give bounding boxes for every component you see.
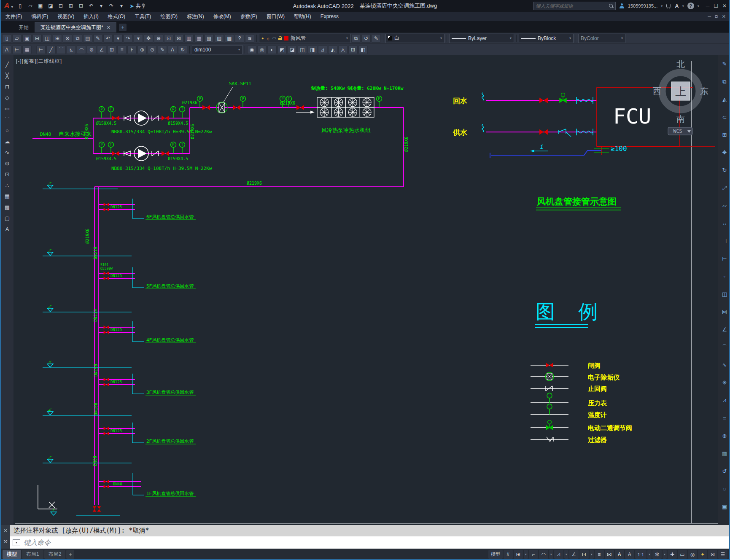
qsave-icon[interactable]: ▣ bbox=[22, 34, 32, 43]
drawing-canvas[interactable]: ╱╳⊓◇▭⌒○☁∿⊜⊡∴▦▩▢A ✎⧉◭⊂⊞✥↻⤢▱↔⊣⊢◦◫⋈∠⌒∿✳⊿≡⊕▥… bbox=[1, 55, 730, 525]
center-mark-icon[interactable]: ⊙ bbox=[148, 46, 157, 54]
account-name[interactable]: 1505999135... bbox=[628, 3, 657, 8]
chamfer-icon[interactable]: ∠ bbox=[719, 325, 730, 334]
close-button[interactable]: ✕ bbox=[722, 3, 727, 9]
branch-3f[interactable]: DN125 3F风机盘管总供回水管 bbox=[99, 374, 196, 395]
tab-layout2[interactable]: 布局2 bbox=[44, 550, 66, 559]
ortho-icon[interactable]: ⌐ bbox=[529, 550, 538, 559]
point-icon[interactable]: ∴ bbox=[2, 181, 12, 190]
customize-command-icon[interactable]: ⚒ bbox=[2, 538, 9, 545]
riser-drain-valves[interactable] bbox=[93, 506, 101, 512]
menu-help[interactable]: 帮助(H) bbox=[289, 12, 316, 21]
subtract-icon[interactable]: ◎ bbox=[257, 46, 267, 54]
isolate-objects-icon[interactable]: ◎ bbox=[688, 550, 697, 559]
tab-layout1[interactable]: 布局1 bbox=[22, 550, 43, 559]
lineweight-dropdown[interactable]: ByBlock ▾ bbox=[519, 34, 574, 43]
aligned-dim-icon[interactable]: ╱ bbox=[46, 46, 56, 54]
ellipse-icon[interactable]: ⊜ bbox=[2, 159, 12, 168]
layer-states-icon[interactable]: ✎ bbox=[372, 34, 381, 43]
table-style-icon[interactable]: ▦ bbox=[22, 46, 32, 54]
offset-icon[interactable]: ⊂ bbox=[719, 113, 730, 121]
undo-dropdown-icon[interactable]: ▾ bbox=[113, 34, 123, 43]
loft-icon[interactable]: ◨ bbox=[308, 46, 317, 54]
sheetset-manager-icon[interactable]: ▨ bbox=[215, 34, 224, 43]
paste-icon[interactable]: ▤ bbox=[83, 34, 92, 43]
presspull-icon[interactable]: ⊞ bbox=[348, 46, 358, 54]
redo-dropdown-icon[interactable]: ▾ bbox=[117, 2, 126, 10]
command-input-row[interactable]: ▾ bbox=[10, 536, 730, 549]
continue-dim-icon[interactable]: ⊦ bbox=[127, 46, 137, 54]
new-file-icon[interactable]: ▯ bbox=[16, 2, 25, 10]
close-command-icon[interactable]: ✕ bbox=[2, 527, 9, 534]
break-at-point-icon[interactable]: ◦ bbox=[719, 272, 730, 281]
ordinate-dim-icon[interactable]: ⊾ bbox=[67, 46, 76, 54]
workspace-arrow-icon[interactable]: ▾ bbox=[663, 550, 667, 559]
diameter-dim-icon[interactable]: ⊘ bbox=[87, 46, 96, 54]
account-icon[interactable] bbox=[619, 3, 625, 9]
circle-icon[interactable]: ○ bbox=[2, 126, 12, 135]
menu-file[interactable]: 文件(F) bbox=[1, 12, 27, 21]
lineweight-dropdown-chevron[interactable]: ▾ bbox=[569, 36, 571, 40]
minimize-button[interactable]: ─ bbox=[706, 3, 710, 9]
menu-format[interactable]: 格式(O) bbox=[103, 12, 130, 21]
menu-parametric[interactable]: 参数(P) bbox=[236, 12, 262, 21]
polar-tracking-icon[interactable]: ◠ bbox=[539, 550, 548, 559]
section-plane-icon[interactable]: ◭ bbox=[328, 46, 337, 54]
named-views-icon[interactable]: ▥ bbox=[719, 449, 730, 458]
shared-views-icon[interactable]: ≋ bbox=[245, 34, 254, 43]
plot-icon[interactable]: ⊟ bbox=[32, 34, 42, 43]
dim-style-icon[interactable]: ⊢ bbox=[12, 46, 22, 54]
branch-2f[interactable]: DN125 2F风机盘管总供回水管 bbox=[99, 423, 196, 444]
pump-1-spec[interactable]: NB80-315/334 Q=108T/h H=39.5M N=22Kw bbox=[111, 129, 212, 135]
make-layer-current-icon[interactable]: ⧉ bbox=[351, 34, 361, 43]
slice-icon[interactable]: ⊿ bbox=[318, 46, 327, 54]
menu-edit[interactable]: 编辑(E) bbox=[27, 12, 53, 21]
hatch-icon[interactable]: ▦ bbox=[2, 192, 12, 201]
open-icon[interactable]: ▱ bbox=[12, 34, 22, 43]
quick-dim-icon[interactable]: ⊞ bbox=[107, 46, 116, 54]
trim-icon[interactable]: ⊣ bbox=[719, 237, 730, 245]
menu-dimension[interactable]: 标注(N) bbox=[182, 12, 209, 21]
doc-restore-button[interactable]: ⧉ bbox=[715, 14, 718, 19]
elevation-markers[interactable] bbox=[47, 182, 57, 515]
linear-dim-icon[interactable]: ⊢ bbox=[36, 46, 46, 54]
menu-modify[interactable]: 修改(M) bbox=[209, 12, 236, 21]
share-button[interactable]: ➤共享 bbox=[129, 3, 146, 10]
viewport-controls[interactable]: [-][俯视][二维线框] bbox=[16, 58, 62, 65]
save-to-web-icon[interactable]: ⊞ bbox=[66, 2, 75, 10]
lineweight-display-icon[interactable]: ≡ bbox=[595, 550, 604, 559]
pan-icon[interactable]: ✥ bbox=[144, 34, 153, 43]
erase-icon[interactable]: ✎ bbox=[719, 59, 730, 68]
tab-start[interactable]: 开始 bbox=[13, 22, 35, 32]
undo-icon[interactable]: ↶ bbox=[86, 2, 96, 10]
search-icon[interactable] bbox=[609, 3, 614, 8]
unit-name-label[interactable]: 风冷热泵冷热水机组 bbox=[321, 127, 371, 133]
multiline-text-icon[interactable]: A bbox=[2, 225, 12, 234]
viewcube-north[interactable]: 北 bbox=[676, 59, 685, 69]
move-icon[interactable]: ✥ bbox=[719, 148, 730, 157]
copy-clip-icon[interactable]: ⧉ bbox=[73, 34, 82, 43]
scale-icon[interactable]: ⤢ bbox=[719, 183, 730, 192]
dim-style-dropdown[interactable]: dim100 ▾ bbox=[192, 45, 242, 54]
new-layout-button[interactable]: + bbox=[66, 550, 74, 559]
plot-icon[interactable]: ⊟ bbox=[76, 2, 86, 10]
snap-arrow-icon[interactable]: ▾ bbox=[524, 550, 528, 559]
arc-icon[interactable]: ⌒ bbox=[2, 115, 12, 124]
polygon-icon[interactable]: ◇ bbox=[2, 93, 12, 102]
help-icon[interactable]: ? bbox=[235, 34, 244, 43]
regen-icon[interactable]: ↺ bbox=[719, 467, 730, 476]
grid-display-icon[interactable]: # bbox=[504, 550, 513, 559]
viewcube-east[interactable]: 东 bbox=[700, 86, 708, 96]
unit-capacity-label[interactable]: 制热量: 548Kw 制冷量: 620Kw N=170Kw bbox=[311, 86, 404, 91]
command-input[interactable] bbox=[23, 538, 730, 547]
baseline-dim-icon[interactable]: ≡ bbox=[117, 46, 127, 54]
osnap-tracking-icon[interactable]: ∠ bbox=[569, 550, 579, 559]
app-store-icon[interactable] bbox=[666, 4, 671, 8]
osnap-icon[interactable]: ⊡ bbox=[579, 550, 589, 559]
extrude-icon[interactable]: ◩ bbox=[277, 46, 287, 54]
lengthen-icon[interactable]: ↔ bbox=[719, 219, 730, 228]
plotstyle-dropdown-chevron[interactable]: ▾ bbox=[621, 36, 623, 40]
model-space[interactable]: DN40 自来水接引来 bbox=[1, 55, 730, 525]
open-file-icon[interactable]: ▱ bbox=[26, 2, 35, 10]
command-recent-icon[interactable]: ▾ bbox=[13, 539, 20, 546]
